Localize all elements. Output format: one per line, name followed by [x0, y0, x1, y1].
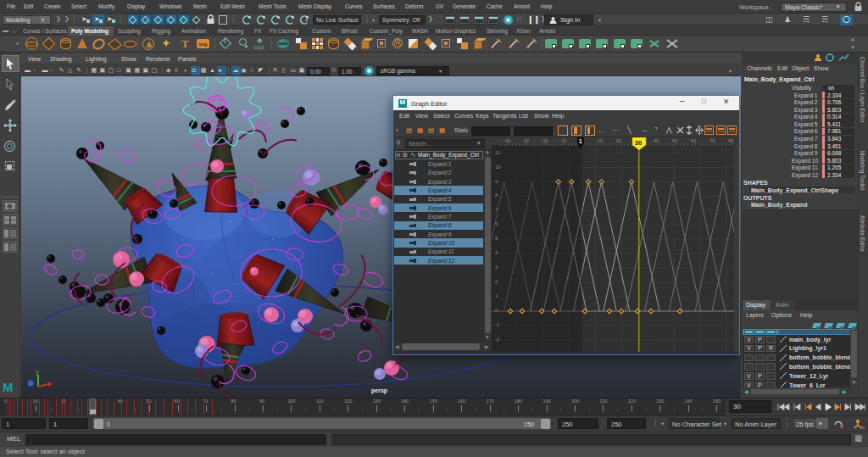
- svg-text:y: y: [36, 368, 39, 376]
